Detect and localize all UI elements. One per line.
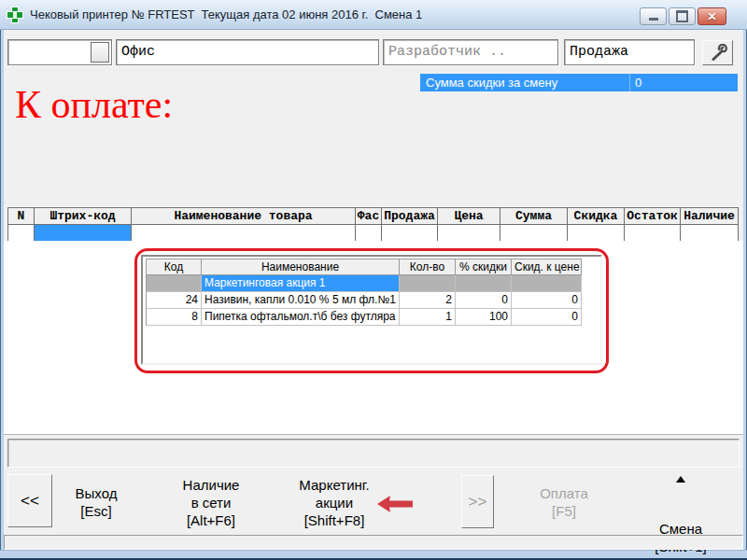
wrench-icon — [709, 44, 727, 63]
col-pack: Фас — [356, 208, 382, 225]
cell-discount[interactable] — [568, 225, 625, 242]
sale-mode-field[interactable]: Продажа — [564, 39, 695, 65]
col-item-name: Наименование товара — [132, 208, 356, 225]
col-n: N — [8, 208, 35, 225]
col-sum: Сумма — [500, 208, 568, 225]
col-availability: Наличие — [681, 208, 739, 225]
titlebar: Чековый принтер № FRTEST Текущая дата 02… — [0, 0, 747, 30]
cell-n[interactable] — [8, 225, 35, 242]
pharmacy-cross-icon — [7, 7, 23, 23]
calendar-button[interactable]: 15 — [91, 42, 109, 63]
status-bar — [4, 535, 743, 550]
input-line[interactable] — [7, 439, 740, 468]
minimize-button[interactable] — [640, 7, 667, 25]
exit-button[interactable]: Выход [Esc] — [45, 484, 148, 520]
shift-discount-row: Сумма скидки за смену 0 — [420, 74, 738, 91]
developer-field[interactable]: Разработчик .. — [383, 39, 558, 65]
payment-button-disabled[interactable]: Оплата [F5] — [513, 484, 615, 520]
office-field[interactable]: Офис — [116, 39, 379, 65]
maximize-icon — [676, 10, 688, 22]
date-field[interactable]: 02.06.2016 15 — [7, 39, 112, 65]
cell-availability[interactable] — [681, 225, 739, 242]
cell-barcode-selected[interactable] — [35, 225, 132, 242]
cell-price[interactable] — [438, 225, 500, 242]
window-border-right — [743, 30, 747, 560]
shift-discount-label: Сумма скидки за смену — [426, 74, 557, 91]
window-title: Чековый принтер № FRTEST Текущая дата 02… — [30, 7, 422, 21]
col-barcode: Штрих-код — [35, 208, 132, 225]
close-icon: ✕ — [707, 10, 716, 23]
payment-due-label: К оплате: — [15, 82, 173, 127]
cell-sum[interactable] — [500, 225, 568, 242]
cell-stock[interactable] — [625, 225, 681, 242]
app-window: Чековый принтер № FRTEST Текущая дата 02… — [0, 0, 747, 560]
shift-discount-value: 0 — [629, 74, 738, 91]
maximize-button[interactable] — [669, 7, 696, 25]
col-price: Цена — [438, 208, 500, 225]
items-grid-empty-row[interactable] — [8, 225, 739, 242]
cell-item-name[interactable] — [132, 225, 356, 242]
cell-pack[interactable] — [356, 225, 382, 242]
items-grid: N Штрих-код Наименование товара Фас Прод… — [7, 207, 739, 242]
col-discount: Скидка — [568, 208, 625, 225]
col-stock: Остаток — [625, 208, 681, 225]
items-grid-header: N Штрих-код Наименование товара Фас Прод… — [8, 208, 739, 225]
network-availability-button[interactable]: Наличие в сети [Alt+F6] — [160, 476, 262, 529]
col-sale: Продажа — [382, 208, 438, 225]
marketing-actions-button[interactable]: Маркетинг. акции [Shift+F8] — [283, 476, 386, 529]
cell-sale[interactable] — [382, 225, 438, 242]
up-triangle-icon — [676, 476, 685, 483]
red-annotation-box — [134, 248, 609, 373]
minimize-icon — [649, 18, 658, 21]
red-arrow-annotation-icon — [376, 494, 414, 514]
settings-button[interactable] — [702, 40, 733, 65]
close-button[interactable]: ✕ — [698, 7, 726, 25]
scroll-right-button[interactable]: >> — [461, 475, 494, 528]
